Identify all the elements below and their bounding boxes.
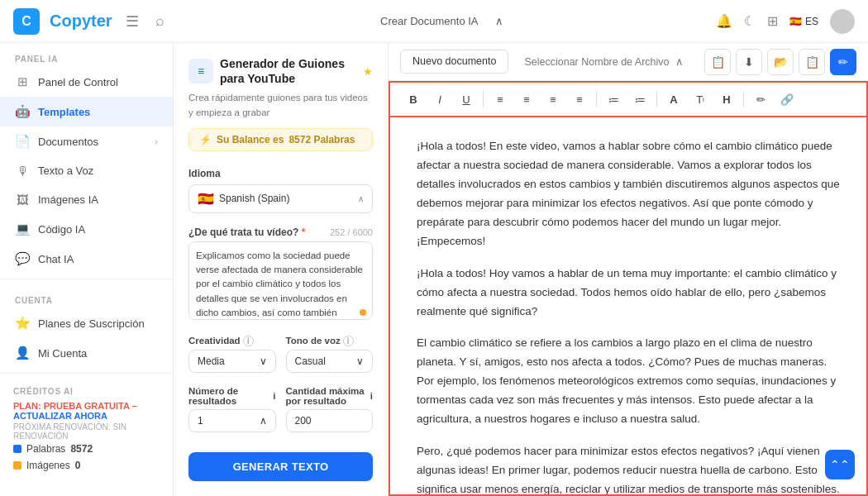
results-label: Número de resultados i	[188, 386, 276, 406]
balance-badge: ⚡ Su Balance es 8572 Palabras	[188, 128, 373, 151]
align-center-button[interactable]: ≡	[515, 88, 538, 111]
num-row: Número de resultados i 1 ∧ Cantidad máxi…	[188, 386, 373, 432]
star-icon: ★	[363, 65, 373, 78]
next-renewal: PRÓXIMA RENOVACIÓN: SIN RENOVACIÓN	[13, 422, 160, 441]
language-badge[interactable]: 🇪🇸 ES	[789, 16, 818, 27]
copy-button[interactable]: 📋	[704, 49, 731, 75]
grid-icon[interactable]: ⊞	[767, 13, 778, 29]
sidebar-item-label: Código IA	[38, 223, 85, 236]
editor-content[interactable]: ¡Hola a todos! En este video, vamos a ha…	[389, 117, 868, 496]
editor-paragraph: ¡Hola a todos! En este video, vamos a ha…	[417, 137, 840, 251]
tone-group: Tono de voz i Casual ∨	[286, 336, 374, 373]
sidebar-item-label: Mi Cuenta	[38, 347, 87, 360]
sidebar-item-imagenes[interactable]: 🖼 Imágenes IA	[0, 185, 173, 214]
results-input[interactable]: 1 ∧	[188, 409, 276, 432]
sidebar-item-label: Imágenes IA	[38, 193, 98, 206]
navbar-left: C Copyter ☰ ⌕	[13, 8, 168, 35]
save-button[interactable]: 📋	[799, 49, 825, 75]
results-info-icon[interactable]: i	[273, 391, 275, 401]
results-section: Número de resultados i 1 ∧ Cantidad máxi…	[174, 379, 388, 439]
sidebar-item-texto-voz[interactable]: 🎙 Texto a Voz	[0, 156, 173, 185]
sidebar-item-label: Planes de Suscripción	[38, 317, 145, 330]
generate-button[interactable]: GENERAR TEXTO	[188, 452, 373, 481]
heading-button[interactable]: H	[715, 88, 738, 111]
language-select[interactable]: 🇪🇸 Spanish (Spain) ∧	[188, 184, 373, 213]
underline-button[interactable]: U	[455, 88, 478, 111]
balance-label: Su Balance es	[217, 134, 284, 145]
sidebar: PANEL IA ⊞ Panel de Control 🤖 Templates …	[0, 43, 174, 496]
idioma-label: Idioma	[188, 168, 373, 179]
creativity-group: Creatividad i Media ∨	[188, 336, 276, 373]
images-label: Imágenes	[26, 460, 70, 471]
logo-name: Copyter	[50, 12, 112, 31]
tone-info-icon[interactable]: i	[343, 336, 354, 346]
font-color-button[interactable]: A	[662, 88, 685, 111]
upgrade-link[interactable]: ACTUALIZAR AHORA	[13, 411, 107, 421]
align-right-button[interactable]: ≡	[541, 88, 565, 111]
list-ordered-button[interactable]: ≔	[628, 88, 651, 111]
font-size-button[interactable]: Tl	[689, 88, 712, 111]
navbar: C Copyter ☰ ⌕ Crear Documento IA ∧ 🔔 ☾ ⊞…	[0, 0, 868, 43]
menu-icon[interactable]: ☰	[122, 9, 142, 34]
sidebar-item-templates[interactable]: 🤖 Templates	[0, 97, 173, 126]
flag-icon: 🇪🇸	[789, 16, 802, 27]
images-dot	[13, 461, 21, 470]
tone-select[interactable]: Casual ∨	[286, 350, 374, 373]
align-left-button[interactable]: ≡	[489, 88, 512, 111]
open-button[interactable]: 📂	[767, 49, 794, 75]
creativity-select[interactable]: Media ∨	[188, 350, 276, 373]
sidebar-item-panel[interactable]: ⊞ Panel de Control	[0, 67, 173, 97]
plan-free: PRUEBA GRATUITA	[44, 401, 130, 411]
editor-wrap: B I U ≡ ≡ ≡ ≡ ≔ ≔ A Tl H ✏	[389, 81, 868, 496]
search-icon[interactable]: ⌕	[152, 9, 168, 33]
italic-button[interactable]: I	[428, 88, 451, 111]
sidebar-item-planes[interactable]: ⭐ Planes de Suscripción	[0, 308, 173, 338]
gen-title-row: ≡ Generador de Guiones para YouTube ★	[188, 56, 373, 86]
toolbar-separator-3	[656, 91, 657, 107]
bolt-icon: ⚡	[199, 134, 212, 145]
orange-dot-icon	[360, 309, 366, 316]
results-group: Número de resultados i 1 ∧	[188, 386, 276, 432]
code-icon: 💻	[15, 222, 30, 236]
sidebar-item-codigo[interactable]: 💻 Código IA	[0, 214, 173, 244]
edit-blue-button[interactable]: ✏	[830, 49, 856, 75]
editor-tabs: Nuevo documento Seleccionar Nombre de Ar…	[400, 50, 696, 74]
link-button[interactable]: 🔗	[775, 88, 799, 111]
sidebar-item-chat[interactable]: 💬 Chat IA	[0, 244, 173, 274]
topic-textarea[interactable]: Explicamos como la sociedad puede verse …	[188, 241, 373, 320]
list-unordered-button[interactable]: ≔	[602, 88, 625, 111]
credits-label: CRÉDITOS AI	[13, 387, 160, 401]
tab-select-filename[interactable]: Seleccionar Nombre de Archivo ∧	[512, 50, 696, 74]
plan-sep: –	[132, 401, 137, 411]
moon-icon[interactable]: ☾	[744, 13, 756, 29]
create-doc-label[interactable]: Crear Documento IA	[380, 15, 479, 27]
scroll-to-top-button[interactable]: ⌃⌃	[825, 450, 855, 479]
bell-icon[interactable]: 🔔	[716, 13, 732, 29]
sidebar-item-documentos[interactable]: 📄 Documentos ›	[0, 126, 173, 156]
editor-actions: 📋 ⬇ 📂 📋 ✏	[704, 49, 856, 75]
tab-new-document[interactable]: Nuevo documento	[400, 50, 508, 74]
align-justify-button[interactable]: ≡	[568, 88, 591, 111]
spain-flag: 🇪🇸	[198, 191, 214, 207]
creativity-info-icon[interactable]: i	[243, 336, 254, 346]
edit-button[interactable]: ✏	[749, 88, 772, 111]
sidebar-item-label: Chat IA	[38, 253, 74, 265]
arrow-icon: ›	[155, 136, 158, 146]
topic-section: ¿De qué trata tu vídeo? * 252 / 6000 Exp…	[174, 220, 388, 329]
download-button[interactable]: ⬇	[736, 49, 762, 75]
chevron-up-icon: ∧	[260, 415, 267, 427]
topic-label: ¿De qué trata tu vídeo? *	[188, 227, 305, 238]
user-icon: 👤	[15, 346, 30, 360]
avatar[interactable]	[830, 9, 855, 34]
bold-button[interactable]: B	[402, 88, 425, 111]
sidebar-item-cuenta[interactable]: 👤 Mi Cuenta	[0, 338, 173, 368]
navbar-center: Crear Documento IA ∧	[380, 15, 503, 27]
creativity-value: Media	[198, 355, 225, 367]
sidebar-item-label: Documentos	[38, 136, 98, 148]
grid-icon: ⊞	[15, 74, 30, 89]
words-value: 8572	[70, 443, 93, 455]
char-count: 252 / 6000	[330, 227, 373, 237]
max-info-icon[interactable]: i	[370, 391, 373, 401]
toolbar-separator-1	[483, 91, 484, 107]
max-input[interactable]: 200	[286, 409, 374, 432]
